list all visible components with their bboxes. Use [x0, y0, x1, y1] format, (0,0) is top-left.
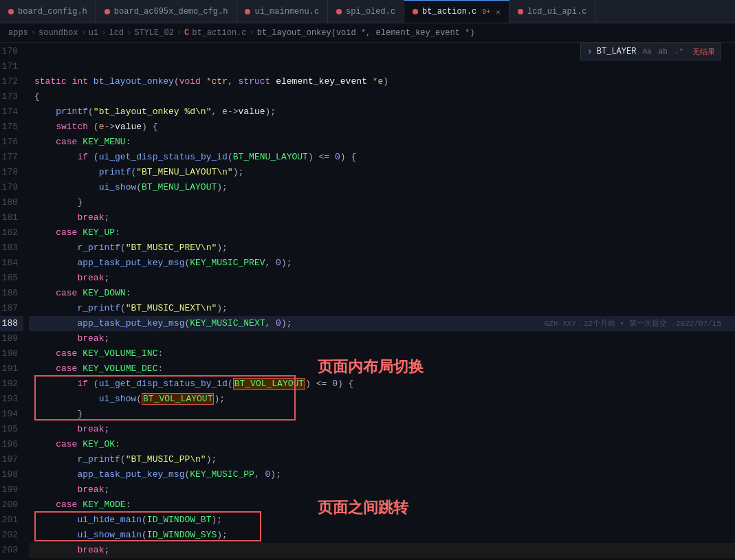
- code-line-178: printf("BT_MENU_LAYOUT\n");: [29, 165, 735, 180]
- breadcrumb-style02: STYLE_02: [134, 28, 174, 38]
- tab-dot-board-config: [8, 9, 14, 14]
- tab-label-lcd-ui-api: lcd_ui_api.c: [527, 7, 586, 16]
- tab-dot-spi-oled: [336, 9, 342, 14]
- ln-189: 189: [0, 331, 23, 346]
- git-blame-188: GZH-XXY，12个月前 • 第一次提交 -2022/07/15: [545, 316, 721, 331]
- code-line-172: static int bt_layout_onkey(void *ctr, st…: [29, 74, 735, 89]
- ln-175: 175: [0, 120, 23, 135]
- breadcrumb-function: bt_layout_onkey(void *, element_key_even…: [257, 28, 475, 38]
- tab-label-spi-oled: spi_oled.c: [346, 7, 395, 16]
- tab-dot-bt-action: [413, 9, 418, 14]
- ln-194: 194: [0, 407, 23, 422]
- code-line-174: printf("bt_layout_onkey %d\n", e->value)…: [29, 104, 735, 120]
- tab-label-ui-mainmenu: ui_mainmenu.c: [254, 7, 319, 16]
- breadcrumb-ui: ui: [89, 28, 98, 38]
- ln-181: 181: [0, 210, 23, 225]
- breadcrumb-apps: apps: [8, 28, 28, 38]
- ln-188: 188: [0, 316, 23, 331]
- tab-board-config[interactable]: board_config.h: [0, 0, 96, 23]
- code-line-202: ui_show_main(ID_WINDOW_SYS);: [29, 528, 735, 543]
- search-bar[interactable]: › BT_LAYER Aa ab .* 无结果: [580, 43, 721, 60]
- ln-190: 190: [0, 346, 23, 361]
- ln-186: 186: [0, 286, 23, 301]
- code-line-190: case KEY_VOLUME_INC:: [29, 346, 735, 361]
- code-line-196: case KEY_OK:: [29, 437, 735, 452]
- code-line-197: r_printf("BT_MUSIC_PP\n");: [29, 452, 735, 467]
- ln-182: 182: [0, 225, 23, 240]
- ln-170: 170: [0, 44, 23, 59]
- editor-body: 170 171 172 173 174 175 176 177 178 179 …: [0, 43, 735, 560]
- ln-173: 173: [0, 89, 23, 104]
- tab-label-board-config: board_config.h: [18, 7, 87, 16]
- code-line-194: }: [29, 407, 735, 422]
- code-line-175: switch (e->value) {: [29, 120, 735, 135]
- tab-bar: board_config.h board_ac695x_demo_cfg.h u…: [0, 0, 735, 23]
- search-expand-icon[interactable]: ›: [586, 46, 592, 57]
- code-line-179: ui_show(BT_MENU_LAYOUT);: [29, 180, 735, 195]
- ln-185: 185: [0, 271, 23, 286]
- search-options: Aa ab .*: [640, 47, 685, 56]
- ln-180: 180: [0, 195, 23, 210]
- code-line-199: break;: [29, 482, 735, 497]
- ln-199: 199: [0, 482, 23, 497]
- breadcrumb-lcd: lcd: [109, 28, 124, 38]
- ln-196: 196: [0, 437, 23, 452]
- tab-bt-action[interactable]: bt_action.c 9+ ✕: [404, 0, 509, 23]
- ln-195: 195: [0, 422, 23, 437]
- search-option-regex[interactable]: .*: [672, 47, 685, 56]
- editor-window: board_config.h board_ac695x_demo_cfg.h u…: [0, 0, 735, 560]
- code-line-173: {: [29, 89, 735, 104]
- code-line-187: r_printf("BT_MUSIC_NEXT\n");: [29, 301, 735, 316]
- ln-183: 183: [0, 240, 23, 256]
- code-line-191: case KEY_VOLUME_DEC:: [29, 361, 735, 377]
- tab-close-bt-action[interactable]: ✕: [496, 8, 501, 16]
- code-line-200: case KEY_MODE:: [29, 497, 735, 513]
- ln-191: 191: [0, 361, 23, 377]
- code-line-201: ui_hide_main(ID_WINDOW_BT);: [29, 513, 735, 528]
- code-line-180: }: [29, 195, 735, 210]
- ln-201: 201: [0, 513, 23, 528]
- ln-174: 174: [0, 104, 23, 120]
- ln-203: 203: [0, 543, 23, 558]
- code-line-176: case KEY_MENU:: [29, 135, 735, 150]
- code-line-182: case KEY_UP:: [29, 225, 735, 240]
- code-line-195: break;: [29, 422, 735, 437]
- ln-178: 178: [0, 165, 23, 180]
- search-option-case[interactable]: Aa: [640, 47, 653, 56]
- ln-179: 179: [0, 180, 23, 195]
- search-input[interactable]: BT_LAYER: [597, 47, 637, 56]
- search-no-result: 无结果: [692, 47, 715, 57]
- code-line-193: ui_show(BT_VOL_LAYOUT);: [29, 392, 735, 407]
- code-line-203: break;: [29, 543, 735, 558]
- tab-lcd-ui-api[interactable]: lcd_ui_api.c: [509, 0, 595, 23]
- ln-200: 200: [0, 497, 23, 513]
- tab-ui-mainmenu[interactable]: ui_mainmenu.c: [237, 0, 328, 23]
- code-line-198: app_task_put_key_msg(KEY_MUSIC_PP, 0);: [29, 467, 735, 482]
- ln-202: 202: [0, 528, 23, 543]
- ln-193: 193: [0, 392, 23, 407]
- ln-187: 187: [0, 301, 23, 316]
- code-line-183: r_printf("BT_MUSIC_PREV\n");: [29, 240, 735, 256]
- ln-192: 192: [0, 377, 23, 392]
- code-line-171: [29, 59, 735, 74]
- code-area: static int bt_layout_onkey(void *ctr, st…: [29, 43, 735, 560]
- code-line-189: break;: [29, 331, 735, 346]
- tab-board-ac695x[interactable]: board_ac695x_demo_cfg.h: [96, 0, 237, 23]
- code-line-177: if (ui_get_disp_status_by_id(BT_MENU_LAY…: [29, 150, 735, 165]
- breadcrumb-c-icon: C: [184, 28, 189, 38]
- tab-dot-lcd-ui-api: [518, 9, 523, 14]
- tab-spi-oled[interactable]: spi_oled.c: [328, 0, 404, 23]
- code-line-181: break;: [29, 210, 735, 225]
- search-option-word[interactable]: ab: [657, 47, 670, 56]
- ln-184: 184: [0, 256, 23, 271]
- tab-badge-bt-action: 9+: [482, 8, 490, 16]
- tab-dot-board-ac695x: [105, 9, 110, 14]
- code-line-188: app_task_put_key_msg(KEY_MUSIC_NEXT, 0);…: [29, 316, 735, 331]
- ln-198: 198: [0, 467, 23, 482]
- ln-197: 197: [0, 452, 23, 467]
- ln-171: 171: [0, 59, 23, 74]
- ln-177: 177: [0, 150, 23, 165]
- ln-172: 172: [0, 74, 23, 89]
- code-line-184: app_task_put_key_msg(KEY_MUSIC_PREV, 0);: [29, 256, 735, 271]
- breadcrumb: apps › soundbox › ui › lcd › STYLE_02 › …: [0, 23, 735, 43]
